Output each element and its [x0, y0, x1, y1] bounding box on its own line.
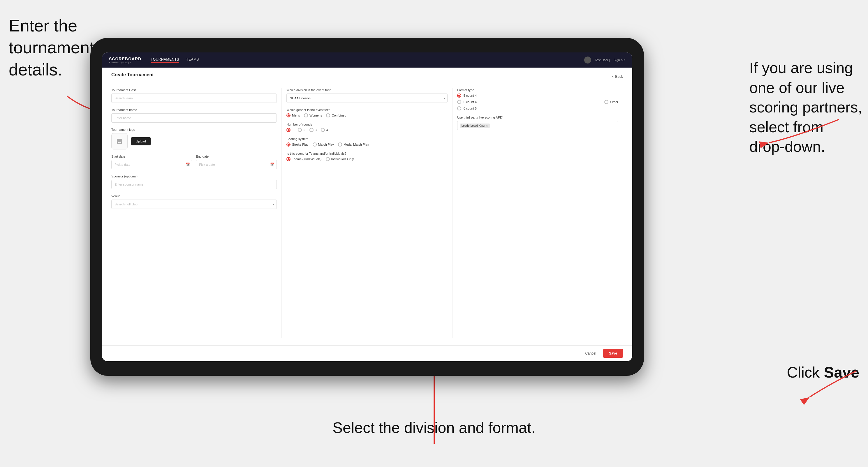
rounds-4-radio[interactable] — [321, 128, 325, 132]
upload-button[interactable]: Upload — [131, 137, 151, 145]
nav-item-tournaments[interactable]: TOURNAMENTS — [151, 57, 179, 63]
teams-group: Is this event for Teams and/or Individua… — [286, 152, 447, 161]
end-date-group: End date 📅 — [196, 155, 277, 169]
save-button[interactable]: Save — [603, 349, 623, 358]
other-radio[interactable] — [604, 100, 609, 104]
form-area: Tournament Host Tournament name Tourname… — [102, 81, 632, 345]
navbar-right: Test User | Sign out — [584, 57, 625, 63]
api-tag-value: Leaderboard King — [462, 124, 485, 127]
main-content: Create Tournament < Back Tournament Host — [102, 68, 632, 361]
tournament-logo-group: Tournament logo Upload — [111, 128, 277, 150]
format-radio-group: 5 count 4 6 count 4 6 coun — [457, 94, 477, 111]
nav-item-teams[interactable]: TEAMS — [186, 57, 199, 63]
gender-group: Which gender is the event for? Mens Wome… — [286, 108, 447, 117]
gender-womens-radio[interactable] — [304, 113, 308, 117]
api-tag-input[interactable]: Leaderboard King ✕ — [457, 121, 618, 130]
sponsor-label: Sponsor (optional) — [111, 175, 277, 178]
scoring-group: Scoring system Stroke Play Match Play — [286, 137, 447, 147]
teams-radio[interactable] — [286, 157, 290, 161]
division-select[interactable]: NCAA Division I NCAA Division II NCAA Di… — [286, 94, 447, 103]
rounds-4-label: 4 — [326, 128, 328, 132]
format-5c4-radio[interactable] — [457, 94, 461, 98]
individuals-only[interactable]: Individuals Only — [326, 157, 354, 161]
annotation-topright: If you are using one of our live scoring… — [749, 58, 862, 157]
back-button[interactable]: < Back — [612, 74, 623, 79]
start-date-input[interactable] — [111, 160, 192, 169]
api-tag: Leaderboard King ✕ — [460, 124, 490, 128]
cancel-button[interactable]: Cancel — [582, 349, 600, 358]
format-6c5-radio[interactable] — [457, 106, 461, 111]
individuals-label: Individuals Only — [331, 157, 354, 161]
rounds-3-radio[interactable] — [309, 128, 313, 132]
format-6c4-radio[interactable] — [457, 100, 461, 104]
scoring-stroke[interactable]: Stroke Play — [286, 143, 308, 147]
name-input[interactable] — [111, 113, 277, 123]
format-6count4[interactable]: 6 count 4 — [457, 100, 477, 104]
format-options: 5 count 4 6 count 4 6 coun — [457, 94, 618, 111]
scoring-stroke-radio[interactable] — [286, 143, 290, 147]
tournament-name-group: Tournament name — [111, 108, 277, 123]
api-label: Use third-party live scoring API? — [457, 116, 618, 119]
gender-combined-radio[interactable] — [326, 113, 330, 117]
tournament-host-group: Tournament Host — [111, 88, 277, 103]
annotation-topleft: Enter the tournament details. — [9, 14, 94, 81]
venue-select-wrapper: ▾ — [111, 199, 277, 209]
gender-combined[interactable]: Combined — [326, 113, 346, 117]
teams-with-individuals[interactable]: Teams (+Individuals) — [286, 157, 321, 161]
rounds-2[interactable]: 2 — [298, 128, 305, 132]
rounds-1[interactable]: 1 — [286, 128, 294, 132]
scoring-label: Scoring system — [286, 137, 447, 141]
signout-button[interactable]: Sign out — [614, 58, 625, 62]
scoring-match[interactable]: Match Play — [313, 143, 334, 147]
date-row: Start date 📅 End date — [111, 155, 277, 169]
gender-label: Which gender is the event for? — [286, 108, 447, 112]
gender-womens-label: Womens — [309, 114, 322, 117]
api-tag-close[interactable]: ✕ — [486, 124, 488, 127]
rounds-group: Number of rounds 1 2 — [286, 123, 447, 132]
division-label: Which division is the event for? — [286, 88, 447, 92]
dates-group: Start date 📅 End date — [111, 155, 277, 169]
gender-mens-radio[interactable] — [286, 113, 290, 117]
venue-label: Venue — [111, 194, 277, 198]
rounds-1-label: 1 — [292, 128, 294, 132]
rounds-1-radio[interactable] — [286, 128, 290, 132]
image-icon — [116, 138, 123, 145]
user-name: Test User | — [595, 58, 610, 62]
format-group: Format type 5 count 4 — [457, 88, 618, 111]
form-body: Tournament Host Tournament name Tourname… — [102, 81, 632, 345]
gender-mens-label: Mens — [292, 114, 300, 117]
page-header: Create Tournament < Back — [102, 68, 632, 81]
gender-womens[interactable]: Womens — [304, 113, 322, 117]
format-5count4[interactable]: 5 count 4 — [457, 94, 477, 98]
scoring-match-radio[interactable] — [313, 143, 317, 147]
format-label: Format type — [457, 88, 618, 92]
rounds-3[interactable]: 3 — [309, 128, 317, 132]
navbar-logo: SCOREBOARD Powered by Clippit — [109, 57, 141, 64]
end-date-input[interactable] — [196, 160, 277, 169]
scoring-medal-radio[interactable] — [338, 143, 342, 147]
venue-input[interactable] — [111, 199, 277, 209]
scoring-match-label: Match Play — [318, 143, 334, 146]
teams-radio-group: Teams (+Individuals) Individuals Only — [286, 157, 447, 161]
format-6count5[interactable]: 6 count 5 — [457, 106, 477, 111]
individuals-radio[interactable] — [326, 157, 330, 161]
navbar-logo-sub: Powered by Clippit — [109, 61, 141, 64]
format-6c4-label: 6 count 4 — [464, 100, 477, 104]
scoring-stroke-label: Stroke Play — [292, 143, 308, 146]
logo-placeholder — [111, 133, 128, 150]
form-footer: Cancel Save — [102, 345, 632, 361]
host-input[interactable] — [111, 94, 277, 103]
venue-group: Venue ▾ — [111, 194, 277, 209]
rounds-3-label: 3 — [315, 128, 317, 132]
scoring-medal-match[interactable]: Medal Match Play — [338, 143, 369, 147]
gender-mens[interactable]: Mens — [286, 113, 300, 117]
rounds-radio-group: 1 2 3 — [286, 128, 447, 132]
teams-label: Is this event for Teams and/or Individua… — [286, 152, 447, 155]
sponsor-input[interactable] — [111, 180, 277, 189]
rounds-4[interactable]: 4 — [321, 128, 328, 132]
navbar-logo-main: SCOREBOARD — [109, 57, 141, 61]
page-title: Create Tournament — [111, 72, 154, 81]
sponsor-group: Sponsor (optional) — [111, 175, 277, 189]
rounds-2-radio[interactable] — [298, 128, 302, 132]
form-col-3: Format type 5 count 4 — [453, 88, 623, 338]
